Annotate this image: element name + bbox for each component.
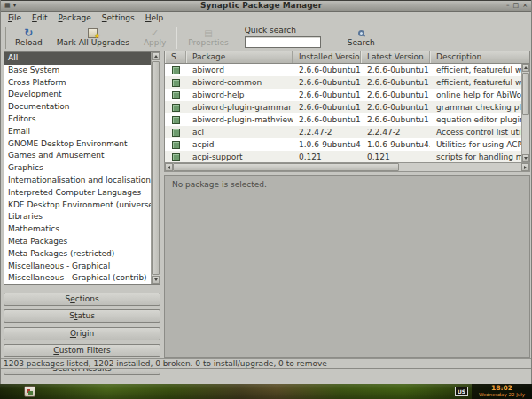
latest-version: 2.6.6-0ubuntu1 <box>361 113 430 126</box>
scroll-down-icon[interactable] <box>152 276 160 284</box>
minimize-icon[interactable]: – <box>506 3 510 9</box>
scrollbar-thumb[interactable] <box>173 163 399 171</box>
table-row[interactable]: acpi-support 0.121 0.121 scripts for han… <box>165 151 521 162</box>
category-item[interactable]: Meta Packages <box>4 236 151 248</box>
package-name: acpid <box>186 138 293 151</box>
scrollbar-thumb[interactable] <box>522 73 529 115</box>
package-description: equation editor plugin for <box>430 113 521 126</box>
clock-date: Wednesday 22 July <box>479 392 525 398</box>
category-item[interactable]: Base System <box>4 65 151 77</box>
package-description: online help for AbiWord <box>430 89 521 101</box>
installed-version: 1.0.6-9ubuntu4.9. <box>293 138 361 151</box>
table-row[interactable]: acpid 1.0.6-9ubuntu4.9. 1.0.6-9ubuntu4.9… <box>165 138 521 151</box>
properties-icon: ▤ <box>204 29 212 38</box>
toolbar-separator <box>176 27 177 49</box>
table-row[interactable]: abiword-plugin-mathview 2.6.6-0ubuntu1 2… <box>165 113 521 126</box>
status-installed-icon <box>172 79 180 87</box>
installed-version: 2.6.6-0ubuntu1 <box>293 76 361 89</box>
window-menu-icon[interactable]: ▦ <box>4 3 11 9</box>
category-item[interactable]: Internationalisation and localisation <box>4 175 151 187</box>
category-item[interactable]: KDE Desktop Environment (universe) <box>4 200 151 212</box>
latest-version: 2.6.6-0ubuntu1 <box>361 101 430 113</box>
reload-button[interactable]: ↻ Reload <box>8 26 50 48</box>
category-item[interactable]: Miscellaneous - Graphical (contrib) <box>4 272 151 285</box>
filter-button[interactable]: Origin <box>4 327 160 340</box>
scroll-left-icon[interactable] <box>165 163 173 171</box>
table-vertical-scrollbar[interactable] <box>521 64 529 162</box>
taskbar: US 18:02 Wednesday 22 July <box>0 384 532 399</box>
menu-item[interactable]: Package <box>53 12 97 24</box>
category-item[interactable]: All <box>4 52 151 65</box>
apply-button[interactable]: ✓ Apply <box>137 26 173 48</box>
search-button[interactable]: Search <box>340 26 382 48</box>
table-row[interactable]: abiword-common 2.6.6-0ubuntu1 2.6.6-0ubu… <box>165 76 521 89</box>
category-item[interactable]: Meta Packages (restricted) <box>4 248 151 261</box>
column-header-status[interactable]: S <box>165 51 186 63</box>
mark-all-upgrades-button[interactable]: ★ Mark All Upgrades <box>50 26 137 48</box>
category-item[interactable]: GNOME Desktop Environment <box>4 138 151 151</box>
category-item[interactable]: Development <box>4 89 151 101</box>
installed-version: 2.6.6-0ubuntu1 <box>293 101 361 113</box>
synaptic-taskbar-button[interactable] <box>24 386 35 397</box>
latest-version: 2.6.6-0ubuntu1 <box>361 89 430 101</box>
filter-button[interactable]: Custom Filters <box>4 344 160 357</box>
quick-search-label: Quick search <box>245 26 321 35</box>
category-item[interactable]: Games and Amusement <box>4 150 151 162</box>
toolbar-grip[interactable] <box>4 27 6 49</box>
installed-version: 2.6.6-0ubuntu1 <box>293 64 361 76</box>
latest-version: 1.0.6-9ubuntu4.9. <box>361 138 430 151</box>
category-item[interactable]: Cross Platform <box>4 77 151 90</box>
scroll-up-icon[interactable] <box>522 64 529 72</box>
filter-button[interactable]: Status <box>4 309 160 323</box>
category-item[interactable]: Email <box>4 126 151 138</box>
properties-label: Properties <box>188 38 228 48</box>
category-item[interactable]: Interpreted Computer Languages <box>4 187 151 200</box>
table-row[interactable]: abiword-help 2.6.6-0ubuntu1 2.6.6-0ubunt… <box>165 89 521 101</box>
installed-version: 2.2.47-2 <box>293 126 361 138</box>
category-item[interactable]: Mathematics <box>4 223 151 236</box>
column-header-package[interactable]: Package <box>186 51 293 63</box>
upgrade-star-icon: ★ <box>94 33 100 40</box>
menu-item[interactable]: Help <box>140 12 169 24</box>
package-name: acl <box>186 126 293 138</box>
synaptic-window: ▦ ▾ Synaptic Package Manager – □ × FileE… <box>0 0 532 384</box>
menubar: FileEditPackageSettingsHelp <box>1 12 531 24</box>
apply-label: Apply <box>144 38 166 48</box>
properties-button[interactable]: ▤ Properties <box>181 26 235 48</box>
table-horizontal-scrollbar[interactable] <box>164 162 530 172</box>
filter-button[interactable]: Sections <box>4 293 160 306</box>
scrollbar-thumb[interactable] <box>152 61 160 275</box>
close-icon[interactable]: × <box>522 3 528 9</box>
column-header-description[interactable]: Description <box>430 51 529 63</box>
table-row[interactable]: abiword-plugin-grammar 2.6.6-0ubuntu1 2.… <box>165 101 521 113</box>
reload-icon: ↻ <box>24 27 33 38</box>
upgrade-package-icon: ★ <box>88 28 98 38</box>
category-item[interactable]: Graphics <box>4 162 151 175</box>
category-list-scrollbar[interactable] <box>151 52 160 284</box>
menu-item[interactable]: File <box>3 12 27 24</box>
quick-search-input[interactable] <box>245 36 321 48</box>
category-item[interactable]: Editors <box>4 113 151 126</box>
scroll-up-icon[interactable] <box>152 52 160 60</box>
status-installed-icon <box>172 91 180 99</box>
latest-version: 2.6.6-0ubuntu1 <box>361 76 430 89</box>
package-name: abiword-plugin-mathview <box>186 113 293 126</box>
menu-item[interactable]: Settings <box>97 12 140 24</box>
apply-icon: ✓ <box>151 28 159 38</box>
titlebar[interactable]: ▦ ▾ Synaptic Package Manager – □ × <box>1 0 531 12</box>
maximize-icon[interactable]: □ <box>513 3 520 9</box>
category-item[interactable]: Documentation <box>4 101 151 113</box>
table-row[interactable]: acl 2.2.47-2 2.2.47-2 Access control lis… <box>165 126 521 138</box>
clock[interactable]: 18:02 Wednesday 22 July <box>472 384 532 399</box>
status-installed-icon <box>172 104 180 112</box>
scroll-right-icon[interactable] <box>521 163 529 171</box>
category-item[interactable]: Miscellaneous - Graphical <box>4 261 151 273</box>
column-header-installed-version[interactable]: Installed Version <box>293 51 361 63</box>
menu-item[interactable]: Edit <box>27 12 52 24</box>
scroll-down-icon[interactable] <box>522 154 529 162</box>
column-header-latest-version[interactable]: Latest Version <box>361 51 430 63</box>
table-row[interactable]: abiword 2.6.6-0ubuntu1 2.6.6-0ubuntu1 ef… <box>165 64 521 76</box>
keyboard-layout-indicator[interactable]: US <box>455 387 468 396</box>
details-pane: No package is selected. <box>164 175 530 358</box>
category-item[interactable]: Libraries <box>4 211 151 223</box>
